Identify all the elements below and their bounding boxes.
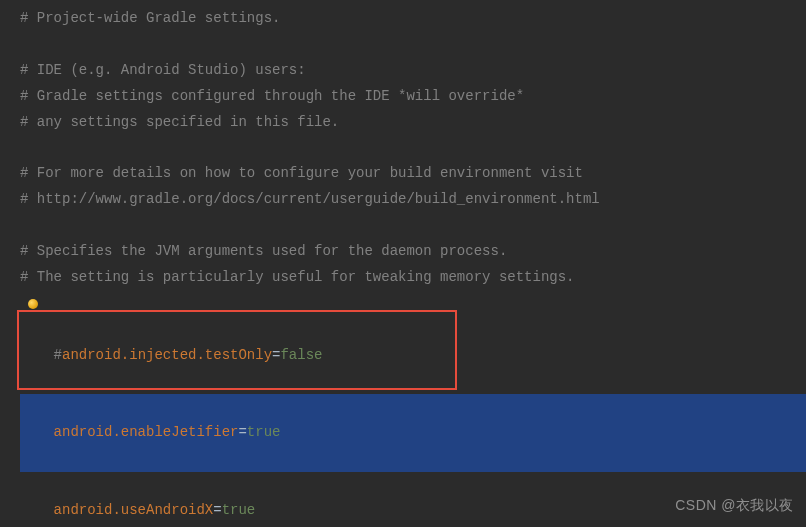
code-line-empty: [20, 32, 806, 58]
code-line-property: #android.injected.testOnly=false: [20, 291, 806, 395]
code-line-comment: # http://www.gradle.org/docs/current/use…: [20, 187, 806, 213]
code-line-empty: [20, 135, 806, 161]
code-line-comment: # Gradle settings configured through the…: [20, 84, 806, 110]
equals-sign: =: [213, 502, 221, 518]
code-editor[interactable]: # Project-wide Gradle settings. # IDE (e…: [0, 6, 806, 527]
property-value: true: [222, 502, 256, 518]
code-line-comment: # Project-wide Gradle settings.: [20, 6, 806, 32]
property-value: false: [280, 347, 322, 363]
code-line-property-selected: android.enableJetifier=true: [20, 394, 806, 472]
code-line-comment: # IDE (e.g. Android Studio) users:: [20, 58, 806, 84]
property-value: true: [247, 424, 281, 440]
code-line-comment: # any settings specified in this file.: [20, 110, 806, 136]
bulb-icon[interactable]: [28, 299, 38, 309]
code-line-comment: # Specifies the JVM arguments used for t…: [20, 239, 806, 265]
code-line-comment: # For more details on how to configure y…: [20, 161, 806, 187]
property-key: android.useAndroidX: [54, 502, 214, 518]
property-key: android.injected.testOnly: [62, 347, 272, 363]
watermark-text: CSDN @衣我以夜: [675, 493, 794, 519]
property-key: android.enableJetifier: [54, 424, 239, 440]
code-line-comment: # The setting is particularly useful for…: [20, 265, 806, 291]
code-line-empty: [20, 213, 806, 239]
comment-hash: #: [54, 347, 62, 363]
equals-sign: =: [238, 424, 246, 440]
